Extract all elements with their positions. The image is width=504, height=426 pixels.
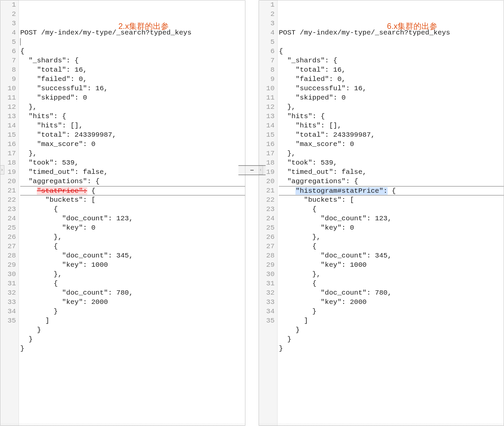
code-line[interactable]: "timed_out": false, bbox=[279, 168, 504, 177]
line-number: 2 bbox=[259, 10, 275, 19]
line-number: 12 bbox=[259, 103, 275, 112]
line-number: 10 bbox=[0, 84, 16, 93]
line-number: 26 bbox=[0, 233, 16, 242]
code-line[interactable]: }, bbox=[20, 270, 245, 279]
line-number: 23 bbox=[0, 205, 16, 214]
code-line[interactable]: { bbox=[279, 279, 504, 288]
line-number: 7 bbox=[0, 56, 16, 65]
right-gutter: 1234567891011121314151617181920212223242… bbox=[259, 0, 278, 426]
code-line[interactable]: } bbox=[279, 344, 504, 353]
code-line[interactable]: } bbox=[20, 335, 245, 344]
code-line[interactable]: }, bbox=[20, 149, 245, 158]
code-line[interactable]: "total": 16, bbox=[20, 65, 245, 75]
line-number: 8 bbox=[0, 65, 16, 75]
code-line[interactable]: { bbox=[279, 242, 504, 251]
code-line[interactable]: "doc_count": 345, bbox=[20, 251, 245, 260]
code-line[interactable]: { bbox=[279, 47, 504, 56]
code-line[interactable]: "doc_count": 123, bbox=[20, 214, 245, 223]
code-line[interactable]: } bbox=[20, 344, 245, 353]
line-number: 8 bbox=[259, 65, 275, 75]
code-line[interactable]: }, bbox=[279, 233, 504, 242]
code-line[interactable]: { bbox=[20, 205, 245, 214]
code-line[interactable]: }, bbox=[279, 270, 504, 279]
line-number: 27 bbox=[0, 242, 16, 251]
code-line[interactable]: "key": 1000 bbox=[20, 260, 245, 270]
code-line[interactable]: "max_score": 0 bbox=[20, 140, 245, 149]
line-number: 11 bbox=[0, 93, 16, 103]
code-line[interactable]: "hits": { bbox=[20, 112, 245, 121]
code-line[interactable]: "doc_count": 345, bbox=[279, 251, 504, 260]
code-line[interactable]: { bbox=[279, 205, 504, 214]
line-number: 3 bbox=[0, 19, 16, 28]
code-line[interactable]: "doc_count": 780, bbox=[20, 288, 245, 298]
code-line[interactable]: "took": 539, bbox=[20, 158, 245, 168]
left-code-area[interactable]: 1234567891011121314151617181920212223242… bbox=[0, 0, 245, 426]
right-scrollbar[interactable] bbox=[259, 423, 504, 426]
code-line[interactable]: "key": 2000 bbox=[20, 298, 245, 307]
code-line[interactable]: "buckets": [ bbox=[279, 195, 504, 205]
code-line[interactable]: "_shards": { bbox=[279, 56, 504, 65]
code-line[interactable]: }, bbox=[20, 233, 245, 242]
code-line[interactable]: "aggregations": { bbox=[20, 177, 245, 186]
code-line[interactable]: "key": 1000 bbox=[279, 260, 504, 270]
code-line[interactable]: "hits": [], bbox=[20, 121, 245, 130]
code-line[interactable]: "hits": { bbox=[279, 112, 504, 121]
code-line[interactable]: "key": 2000 bbox=[279, 298, 504, 307]
code-line[interactable]: "successful": 16, bbox=[20, 84, 245, 93]
code-line[interactable] bbox=[20, 37, 245, 47]
diff-marker-out-icon[interactable]: › bbox=[0, 165, 4, 175]
code-line[interactable]: "successful": 16, bbox=[279, 84, 504, 93]
code-line[interactable] bbox=[279, 37, 504, 47]
code-line[interactable]: "hits": [], bbox=[279, 121, 504, 130]
right-code-area[interactable]: 1234567891011121314151617181920212223242… bbox=[259, 0, 504, 426]
code-line[interactable]: } bbox=[20, 325, 245, 335]
code-line[interactable]: "aggregations": { bbox=[279, 177, 504, 186]
code-line[interactable]: { bbox=[20, 47, 245, 56]
line-number: 4 bbox=[259, 28, 275, 37]
line-number: 16 bbox=[0, 140, 16, 149]
code-line[interactable]: }, bbox=[279, 103, 504, 112]
code-line[interactable]: "failed": 0, bbox=[279, 75, 504, 84]
code-line[interactable]: { bbox=[20, 279, 245, 288]
line-number: 10 bbox=[259, 84, 275, 93]
line-number: 30 bbox=[0, 270, 16, 279]
code-line[interactable]: }, bbox=[279, 149, 504, 158]
line-number: 15 bbox=[0, 130, 16, 140]
code-line[interactable]: "key": 0 bbox=[279, 223, 504, 233]
code-line[interactable]: POST /my-index/my-type/_search?typed_key… bbox=[279, 28, 504, 37]
code-line[interactable]: "timed_out": false, bbox=[20, 168, 245, 177]
code-line[interactable]: "buckets": [ bbox=[20, 195, 245, 205]
line-number: 32 bbox=[0, 288, 16, 298]
code-line[interactable]: "took": 539, bbox=[279, 158, 504, 168]
code-line[interactable]: } bbox=[20, 307, 245, 316]
code-line[interactable]: "histogram#statPrice": { bbox=[279, 186, 504, 195]
code-line[interactable]: POST /my-index/my-type/_search?typed_key… bbox=[20, 28, 245, 37]
code-line[interactable]: "skipped": 0 bbox=[20, 93, 245, 103]
code-line[interactable]: { bbox=[20, 242, 245, 251]
line-number: 5 bbox=[259, 37, 275, 47]
code-line[interactable]: "doc_count": 123, bbox=[279, 214, 504, 223]
code-line[interactable]: "key": 0 bbox=[20, 223, 245, 233]
right-code[interactable]: POST /my-index/my-type/_search?typed_key… bbox=[278, 0, 504, 426]
code-line[interactable]: } bbox=[279, 335, 504, 344]
code-line[interactable]: "doc_count": 780, bbox=[279, 288, 504, 298]
code-line[interactable]: "_shards": { bbox=[20, 56, 245, 65]
code-line[interactable]: } bbox=[279, 325, 504, 335]
diff-marker-in-icon[interactable]: ‹ bbox=[259, 165, 263, 175]
code-line[interactable]: "max_score": 0 bbox=[279, 140, 504, 149]
line-number: 28 bbox=[0, 251, 16, 260]
code-line[interactable]: "total": 243399987, bbox=[20, 130, 245, 140]
code-line[interactable]: } bbox=[279, 307, 504, 316]
line-number: 21 bbox=[0, 186, 16, 195]
code-line[interactable]: ] bbox=[20, 316, 245, 325]
code-line[interactable]: }, bbox=[20, 103, 245, 112]
code-line[interactable]: "total": 243399987, bbox=[279, 130, 504, 140]
code-line[interactable]: "skipped": 0 bbox=[279, 93, 504, 103]
left-scrollbar[interactable] bbox=[0, 423, 245, 426]
line-number: 23 bbox=[259, 205, 275, 214]
code-line[interactable]: "statPrice": { bbox=[20, 186, 245, 195]
left-code[interactable]: POST /my-index/my-type/_search?typed_key… bbox=[19, 0, 245, 426]
code-line[interactable]: "total": 16, bbox=[279, 65, 504, 75]
code-line[interactable]: ] bbox=[279, 316, 504, 325]
code-line[interactable]: "failed": 0, bbox=[20, 75, 245, 84]
